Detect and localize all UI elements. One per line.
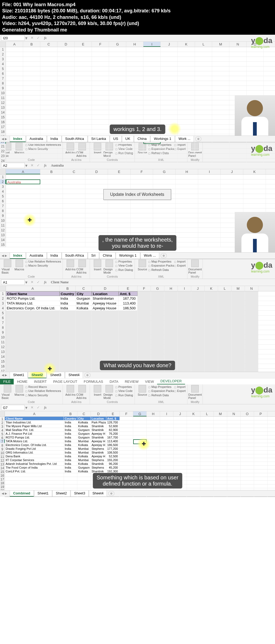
- add-sheet-icon[interactable]: ⊕: [108, 491, 114, 496]
- macros-button[interactable]: Macros: [13, 385, 25, 399]
- formula-bar: ▾ ✕✓fx Client Name: [0, 279, 275, 286]
- enter-icon[interactable]: ✓: [37, 36, 40, 40]
- sheet-tab[interactable]: India: [47, 252, 61, 259]
- menu-tab[interactable]: VIEW: [142, 379, 157, 384]
- menu-tab[interactable]: REVIEW: [122, 379, 142, 384]
- gen-line: Generated by Thumbnail me: [2, 27, 273, 33]
- presenter-video: [235, 212, 275, 252]
- menu-tab[interactable]: FORMULAS: [81, 379, 106, 384]
- developer-ribbon-3: Visual BasicMacrosRecord MacroUse Relati…: [0, 384, 275, 404]
- sheet-tab[interactable]: Workings 1: [116, 252, 140, 259]
- sheet-tab[interactable]: China: [134, 136, 150, 142]
- add-sheet-icon[interactable]: ⊕: [84, 373, 91, 378]
- name-box[interactable]: [1, 405, 25, 410]
- menu-tab[interactable]: PAGE LAYOUT: [50, 379, 81, 384]
- sheet-tab[interactable]: Workings 1: [150, 136, 175, 142]
- formula-bar: ▾ ✕✓fx Australia: [0, 162, 275, 169]
- sheet-tab[interactable]: Sri: [88, 252, 99, 259]
- add-sheet-icon[interactable]: ⊕: [195, 136, 201, 141]
- add-sheet-icon[interactable]: ⊕: [161, 253, 167, 258]
- sheet-tab[interactable]: Australia: [26, 252, 47, 259]
- sheet-tab[interactable]: China: [99, 252, 115, 259]
- sheet-tab[interactable]: UK: [122, 136, 134, 142]
- highlight-cursor: ✚: [23, 213, 36, 227]
- audio-line: Audio: aac, 44100 Hz, 2 channels, s16, 6…: [2, 14, 273, 20]
- sheet-tab[interactable]: Sheet4: [65, 372, 83, 378]
- sheet-tab[interactable]: US: [110, 136, 122, 142]
- menu-tab[interactable]: HOME: [14, 379, 31, 384]
- menu-tab[interactable]: DEVELOPER: [157, 378, 185, 384]
- sheet-tab[interactable]: Index: [10, 136, 26, 142]
- panel-2: y⬤dalearning.com ▾ ✕✓fx Australia ABCDEF…: [0, 162, 275, 259]
- visual-basic-button[interactable]: Visual Basic: [2, 385, 13, 399]
- name-box[interactable]: [1, 35, 25, 41]
- video-line: Video: h264, yuv420p, 1270x720, 609 kb/s…: [2, 20, 273, 27]
- sheet-tab[interactable]: South Africa: [62, 252, 88, 259]
- sheet-tab[interactable]: South Africa: [62, 136, 88, 142]
- enter-icon[interactable]: ✓: [37, 163, 40, 168]
- sheet-tab[interactable]: India: [47, 136, 61, 142]
- formula-bar: ▾ ✕✓fx: [0, 404, 275, 411]
- sheet-tab[interactable]: Sheet2: [52, 490, 70, 497]
- sheet-tab[interactable]: Sheet2: [28, 372, 46, 378]
- record-macro[interactable]: Record Macro: [25, 385, 61, 389]
- fx-icon[interactable]: fx: [43, 163, 46, 168]
- sheet-tab[interactable]: Sheet3: [71, 490, 89, 497]
- update-index-button[interactable]: Update Index of Worksheets: [103, 189, 171, 200]
- sheet-tab[interactable]: Sheet1: [34, 490, 52, 497]
- subtitle-caption: What would you have done?: [100, 361, 175, 370]
- column-headers[interactable]: ABCDEFGHIJKLMN: [0, 286, 275, 291]
- sheet-tabs: ◀▶ Sheet1Sheet2Sheet3Sheet4 ⊕: [0, 372, 275, 378]
- name-box[interactable]: [1, 279, 25, 285]
- size-line: Size: 21010186 bytes (20.00 MiB), durati…: [2, 8, 273, 14]
- tab-prev-icon: ◀: [2, 137, 4, 141]
- file-info-header: File: 001 Why learn Macros.mp4 Size: 210…: [0, 0, 275, 35]
- tab-nav[interactable]: ◀▶: [2, 137, 10, 141]
- formula-content[interactable]: Australia: [49, 163, 64, 168]
- subtitle-caption: , the name of the worksheets, you would …: [99, 235, 176, 251]
- menu-tab[interactable]: DATA: [106, 379, 122, 384]
- namebox-dropdown-icon[interactable]: ▾: [25, 163, 28, 168]
- sheet-tab[interactable]: Sheet1: [10, 372, 28, 378]
- column-headers[interactable]: ABCDEFGHIJKLMNOP: [0, 411, 275, 417]
- sheet-tabs: ◀▶ IndexAustraliaIndiaSouth AfricaSri La…: [0, 136, 275, 142]
- yoda-logo: y⬤dalearning.com: [251, 385, 272, 398]
- sheet-tab[interactable]: Work ...: [140, 252, 160, 259]
- tab-next-icon: ▶: [5, 137, 7, 141]
- menu-tab[interactable]: INSERT: [31, 379, 50, 384]
- yoda-logo: y⬤dalearning.com: [251, 144, 272, 157]
- sheet-tab[interactable]: Work ...: [175, 136, 194, 142]
- namebox-dropdown-icon[interactable]: ▾: [25, 36, 28, 41]
- sheet-tab[interactable]: Sheet4: [89, 490, 107, 497]
- sheet-tab[interactable]: Combined: [10, 490, 34, 497]
- sheet-tabs: ◀▶ CombinedSheet1Sheet2Sheet3Sheet4 ⊕: [0, 490, 275, 497]
- subtitle-caption: Something which is based on user defined…: [93, 473, 182, 489]
- formula-bar: ▾ ✕ ✓ fx: [0, 35, 275, 42]
- sheet-tab[interactable]: Sri Lanka: [88, 136, 110, 142]
- panel-3: y⬤dalearning.com ▾ ✕✓fx Client Name ABCD…: [0, 279, 275, 378]
- developer-ribbon-2: Visual BasicMacrosUse Relative Reference…: [0, 259, 275, 279]
- macros-button[interactable]: Macros: [13, 260, 25, 274]
- sheet-tab[interactable]: Australia: [26, 136, 47, 142]
- formula-content[interactable]: Client Name: [49, 280, 68, 284]
- formula-icons: ✕ ✓ fx: [28, 36, 49, 40]
- visual-basic-button[interactable]: Visual Basic: [2, 260, 13, 274]
- highlight-cursor: ✚: [137, 437, 150, 451]
- subtitle-caption: workings 1, 2 and 3.: [110, 125, 165, 134]
- sheet-tab[interactable]: Index: [10, 252, 26, 259]
- column-headers[interactable]: ABCDEFGHIJK: [0, 169, 275, 175]
- yoda-logo: y⬤dalearning.com: [251, 36, 272, 49]
- menu-tab[interactable]: FILE: [0, 379, 14, 384]
- highlight-cursor: ✚: [43, 362, 56, 376]
- name-box[interactable]: [1, 163, 25, 168]
- column-headers[interactable]: ABCDEFGHIJKLMNO: [0, 42, 275, 47]
- cancel-icon[interactable]: ✕: [31, 36, 34, 40]
- presenter-video: [235, 95, 275, 136]
- fx-icon[interactable]: fx: [43, 36, 46, 40]
- cell-grid[interactable]: 123456789101112131415161718192021222324: [0, 47, 275, 163]
- cancel-icon[interactable]: ✕: [31, 163, 34, 168]
- tab-nav[interactable]: ◀▶: [2, 254, 10, 257]
- menu-tabs: FILEHOMEINSERTPAGE LAYOUTFORMULASDATAREV…: [0, 378, 275, 384]
- file-line: File: 001 Why learn Macros.mp4: [2, 2, 273, 8]
- yoda-logo: y⬤dalearning.com: [251, 261, 272, 273]
